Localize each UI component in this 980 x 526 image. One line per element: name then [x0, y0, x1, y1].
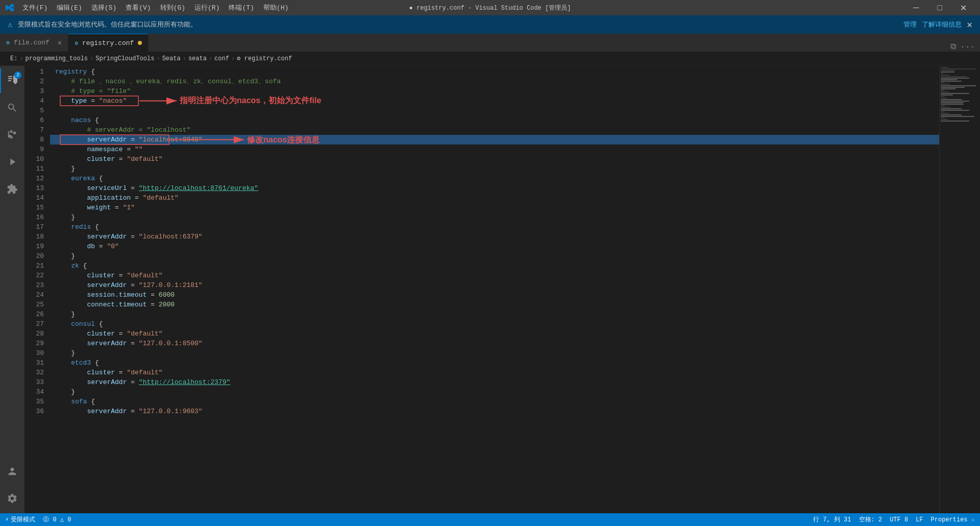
code-line: }	[50, 387, 939, 397]
tab-file-conf-label: file.conf	[14, 39, 50, 46]
tab-file-conf[interactable]: ⚙ file.conf ✕	[0, 34, 68, 52]
minimap[interactable]	[939, 66, 980, 513]
menu-edit[interactable]: 编辑(E)	[53, 0, 86, 15]
line-number: 1	[24, 67, 44, 77]
tab-bar-right: ⧉ ···	[950, 42, 980, 52]
code-line: }	[50, 348, 939, 358]
remote-icon: ⚡	[5, 516, 9, 523]
activity-settings[interactable]	[0, 486, 24, 511]
minimap-line	[941, 71, 954, 73]
minimap-line	[941, 70, 955, 71]
manage-link[interactable]: 管理	[903, 20, 917, 29]
status-errors[interactable]: ⓪ 0 △ 0	[43, 515, 71, 524]
code-line: }	[50, 251, 939, 261]
code-line: cluster = "default"	[50, 154, 939, 164]
line-number: 13	[24, 183, 44, 193]
status-language[interactable]: Properties ☆	[931, 516, 975, 523]
breadcrumb-e[interactable]: E:	[10, 55, 17, 62]
menu-terminal[interactable]: 终端(T)	[225, 0, 258, 15]
activity-source-control[interactable]	[0, 123, 24, 147]
activity-explorer[interactable]: 2	[0, 68, 24, 93]
code-line: serverAddr = "127.0.0.1:2181"	[50, 280, 939, 290]
more-actions-icon[interactable]: ···	[960, 42, 975, 52]
menu-file[interactable]: 文件(F)	[18, 0, 52, 15]
status-encoding[interactable]: UTF 8	[890, 516, 908, 523]
code-area[interactable]: registry { # file 、nacos 、eureka、redis、z…	[50, 66, 939, 513]
line-number: 6	[24, 115, 44, 125]
minimap-line	[941, 67, 948, 68]
breadcrumb-programming-tools[interactable]: programming_tools	[26, 55, 88, 62]
minimap-line	[941, 98, 947, 99]
activity-accounts[interactable]	[0, 459, 24, 484]
minimize-button[interactable]: ─	[904, 0, 928, 15]
code-line: consul {	[50, 319, 939, 329]
line-number: 28	[24, 329, 44, 339]
minimap-line	[941, 68, 976, 69]
main-area: 2 12345678910111213141516171819202122232…	[0, 66, 980, 513]
breadcrumb-seata[interactable]: seata	[188, 55, 207, 62]
code-line: serverAddr = "http://localhost:2379"	[50, 377, 939, 387]
code-line: weight = "1"	[50, 203, 939, 212]
line-number: 32	[24, 368, 44, 377]
menu-run[interactable]: 运行(R)	[190, 0, 224, 15]
status-eol[interactable]: LF	[916, 516, 923, 523]
breadcrumb: E: › programming_tools › SpringCloudTool…	[0, 52, 980, 66]
code-line: db = "0"	[50, 242, 939, 251]
breadcrumb-springcloud[interactable]: SpringCloudTools	[95, 55, 154, 62]
code-line: etcd3 {	[50, 358, 939, 368]
breadcrumb-file[interactable]: ⚙ registry.conf	[237, 55, 292, 62]
menu-select[interactable]: 选择(S)	[87, 0, 120, 15]
tab-registry-conf-label: registry.conf	[82, 39, 134, 47]
code-line: # serverAddr = "localhost"	[50, 125, 939, 135]
maximize-button[interactable]: □	[928, 0, 951, 15]
code-line: }	[50, 164, 939, 174]
line-number: 19	[24, 242, 44, 251]
menu-help[interactable]: 帮助(H)	[259, 0, 292, 15]
activity-search[interactable]	[0, 95, 24, 120]
tab-registry-conf[interactable]: ⚙ registry.conf	[68, 34, 149, 52]
minimap-line	[941, 82, 945, 83]
minimap-line	[941, 107, 950, 108]
menu-bar: 文件(F) 编辑(E) 选择(S) 查看(V) 转到(G) 运行(R) 终端(T…	[18, 0, 292, 15]
close-button[interactable]: ✕	[951, 0, 975, 15]
minimap-line	[941, 90, 945, 91]
code-line: nacos {	[50, 115, 939, 125]
code-line: cluster = "default"	[50, 368, 939, 377]
status-bar-left: ⚡ 受限模式 ⓪ 0 △ 0	[5, 515, 71, 524]
activity-run-debug[interactable]	[0, 150, 24, 174]
status-position[interactable]: 行 7, 列 31	[813, 515, 851, 524]
minimap-line	[941, 85, 976, 86]
minimap-line	[941, 113, 949, 114]
code-line: namespace = ""	[50, 145, 939, 154]
breadcrumb-conf[interactable]: conf	[214, 55, 229, 62]
code-line: sofa {	[50, 397, 939, 407]
minimap-line	[941, 105, 945, 106]
line-number: 15	[24, 203, 44, 212]
code-line: zk {	[50, 261, 939, 271]
encoding-label: UTF 8	[890, 516, 908, 523]
activity-bar: 2	[0, 66, 24, 513]
line-number: 31	[24, 358, 44, 368]
activity-extensions[interactable]	[0, 177, 24, 201]
code-line: eureka {	[50, 174, 939, 183]
learn-more-link[interactable]: 了解详细信息	[922, 20, 962, 29]
line-number: 16	[24, 212, 44, 222]
split-editor-icon[interactable]: ⧉	[950, 42, 956, 52]
breadcrumb-seata-root[interactable]: Seata	[162, 55, 181, 62]
status-remote[interactable]: ⚡ 受限模式	[5, 515, 35, 524]
minimap-line	[941, 104, 964, 105]
tab-file-conf-close[interactable]: ✕	[58, 38, 62, 47]
line-number: 10	[24, 154, 44, 164]
eol-label: LF	[916, 516, 923, 523]
warning-bar: ⚠ 受限模式旨在安全地浏览代码。信任此窗口以应用所有功能。 管理 了解详细信息 …	[0, 15, 980, 34]
code-line: # file 、nacos 、eureka、redis、zk、consul、et…	[50, 77, 939, 86]
warning-close-button[interactable]: ✕	[967, 19, 972, 30]
warning-text: 受限模式旨在安全地浏览代码。信任此窗口以应用所有功能。	[18, 20, 899, 29]
menu-goto[interactable]: 转到(G)	[156, 0, 189, 15]
code-line: registry {	[50, 67, 939, 77]
minimap-line	[941, 94, 953, 95]
line-number: 25	[24, 300, 44, 309]
language-label: Properties ☆	[931, 516, 975, 523]
status-indent[interactable]: 空格: 2	[859, 515, 883, 524]
menu-view[interactable]: 查看(V)	[121, 0, 155, 15]
